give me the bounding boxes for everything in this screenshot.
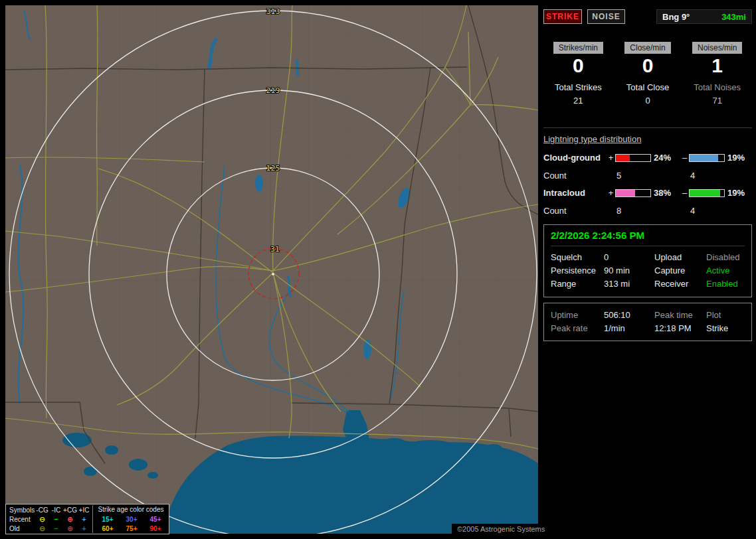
total-noises-value: 71	[682, 96, 752, 106]
range-label: Range	[551, 277, 604, 291]
neg-cg-old-icon: ⊖	[35, 524, 49, 533]
status-row-range: Range 313 mi Receiver Enabled	[551, 277, 745, 291]
intracloud-label: Intracloud	[543, 188, 607, 198]
plot-value: Strike	[706, 322, 745, 335]
cg-minus-pct: 19%	[725, 153, 749, 163]
count-label: Count	[543, 206, 607, 216]
range-ring-label: 125	[266, 164, 280, 173]
cloud-ground-count-row: Count 5 4	[543, 166, 752, 185]
legend-col-pos-cg: +CG	[63, 506, 77, 514]
range-ring-label: 219	[266, 86, 280, 95]
noises-per-min-value: 1	[682, 55, 752, 76]
range-value: 313 mi	[604, 277, 654, 291]
bearing-label: Bng 9°	[662, 12, 690, 22]
ic-plus-count: 8	[615, 206, 651, 216]
info-box: Uptime 506:10 Peak time Plot Peak rate 1…	[543, 303, 752, 341]
noises-column: Noises/min 1 Total Noises 71	[682, 41, 752, 106]
age-15: 15+	[96, 516, 120, 523]
legend-symbols-title: Symbols	[6, 506, 35, 514]
squelch-value: 0	[604, 251, 654, 264]
plot-label: Plot	[706, 309, 745, 322]
status-row-squelch: Squelch 0 Upload Disabled	[551, 251, 745, 264]
pos-cg-recent-icon: ⊕	[63, 514, 77, 524]
legend-header-row: Symbols -CG -IC +CG +IC Strike age color…	[6, 505, 169, 514]
legend-old-row: Old ⊖ − ⊕ + 60+ 75+ 90+	[6, 524, 169, 533]
info-row-uptime: Uptime 506:10 Peak time Plot	[551, 309, 745, 322]
datetime: 2/2/2026 2:24:56 PM	[551, 230, 745, 246]
range-ring-label: 31	[270, 245, 280, 254]
pos-ic-recent-icon: +	[77, 514, 91, 524]
ic-plus-bar-fill	[616, 190, 635, 196]
total-strikes-label: Total Strikes	[543, 82, 613, 92]
noise-button[interactable]: NOISE	[587, 9, 625, 24]
copyright: ©2005 Astrogenic Systems	[452, 524, 550, 534]
ic-minus-bar	[689, 189, 725, 197]
legend-recent-row: Recent ⊖ − ⊕ + 15+ 30+ 45+	[6, 514, 169, 524]
uptime-label: Uptime	[551, 309, 604, 322]
capture-label: Capture	[654, 264, 706, 277]
peak-time-value: 12:18 PM	[654, 322, 706, 335]
peak-rate-label: Peak rate	[551, 322, 604, 335]
close-per-min-value: 0	[613, 55, 683, 76]
ic-plus-pct: 38%	[651, 188, 680, 198]
age-90: 90+	[143, 525, 167, 532]
age-45: 45+	[143, 516, 167, 523]
neg-cg-recent-icon: ⊖	[35, 514, 49, 524]
intracloud-count-row: Count 8 4	[543, 201, 752, 220]
age-75: 75+	[120, 525, 143, 532]
ic-plus-bar	[615, 189, 651, 197]
total-close-label: Total Close	[613, 82, 683, 92]
cg-plus-count: 5	[615, 171, 651, 181]
legend-old-label: Old	[6, 525, 35, 532]
cloud-ground-row: Cloud-ground + 24% – 19%	[543, 149, 752, 166]
info-row-peak-rate: Peak rate 1/min 12:18 PM Strike	[551, 322, 745, 335]
minus-sign: –	[680, 153, 689, 163]
status-box: 2/2/2026 2:24:56 PM Squelch 0 Upload Dis…	[543, 224, 752, 297]
strike-button[interactable]: STRIKE	[543, 9, 582, 24]
total-strikes-value: 21	[543, 96, 613, 106]
bearing-range: 343mi	[721, 12, 746, 22]
persistence-value: 90 min	[604, 264, 654, 277]
lightning-map[interactable]: 313 219 125 31	[5, 5, 538, 534]
bearing-display: Bng 9° 343mi	[656, 9, 752, 24]
lightning-distribution-section: Lightning type distribution Cloud-ground…	[543, 127, 752, 220]
strikes-column: Strikes/min 0 Total Strikes 21	[543, 41, 613, 106]
cg-plus-bar-fill	[616, 155, 630, 161]
stats-section: Strikes/min 0 Total Strikes 21 Close/min…	[543, 41, 752, 106]
cg-plus-pct: 24%	[651, 153, 680, 163]
range-ring-label: 313	[266, 7, 280, 16]
neg-ic-recent-icon: −	[49, 514, 63, 524]
upload-label: Upload	[654, 251, 706, 264]
legend-recent-label: Recent	[6, 516, 35, 523]
ic-minus-count: 4	[689, 206, 725, 216]
cg-minus-bar	[689, 154, 725, 162]
cg-plus-bar	[615, 154, 651, 162]
total-noises-label: Total Noises	[682, 82, 752, 92]
cg-minus-count: 4	[689, 171, 725, 181]
plus-sign: +	[607, 153, 615, 163]
strikes-per-min-value: 0	[543, 55, 613, 76]
neg-ic-old-icon: −	[49, 524, 63, 533]
receiver-status: Enabled	[706, 277, 745, 291]
legend-col-neg-cg: -CG	[35, 506, 49, 514]
peak-time-label: Peak time	[654, 309, 706, 322]
distribution-title: Lightning type distribution	[543, 134, 752, 144]
receiver-location-marker	[272, 273, 274, 275]
squelch-label: Squelch	[551, 251, 604, 264]
upload-status: Disabled	[706, 251, 745, 264]
capture-status: Active	[706, 264, 745, 277]
cloud-ground-label: Cloud-ground	[543, 153, 607, 163]
intracloud-row: Intracloud + 38% – 19%	[543, 185, 752, 201]
receiver-label: Receiver	[654, 277, 706, 291]
pos-ic-old-icon: +	[77, 524, 91, 533]
legend-col-pos-ic: +IC	[77, 506, 91, 514]
pos-cg-old-icon: ⊕	[63, 524, 77, 533]
plus-sign: +	[607, 188, 615, 198]
legend-age-row-1: 15+ 30+ 45+	[92, 514, 169, 524]
age-30: 30+	[120, 516, 143, 523]
status-row-persistence: Persistence 90 min Capture Active	[551, 264, 745, 277]
strikes-per-min-chip: Strikes/min	[553, 42, 603, 54]
legend-age-row-2: 60+ 75+ 90+	[92, 524, 169, 533]
legend-age-title: Strike age color codes	[92, 505, 169, 514]
peak-rate-value: 1/min	[604, 322, 654, 335]
